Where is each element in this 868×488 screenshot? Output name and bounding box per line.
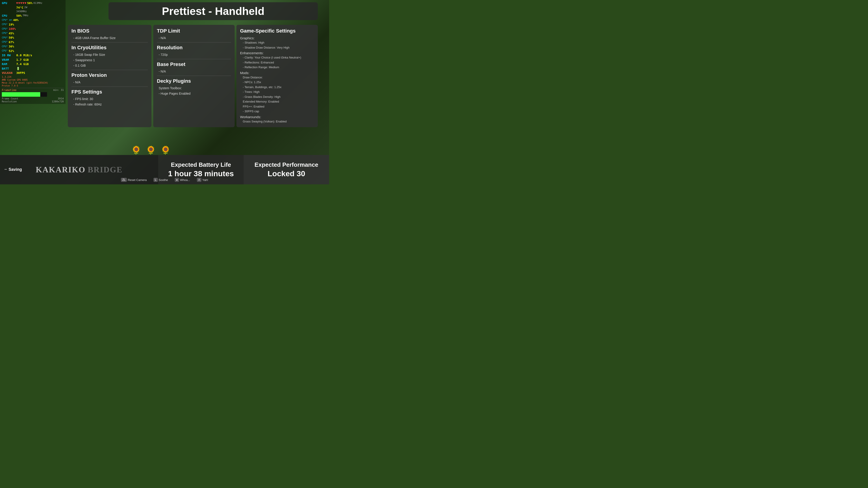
cpu3-row: CPU³ 45% [2,31,64,36]
cpu6-row: CPU⁶ 36% [2,44,64,49]
cpu7-row: CPU⁷ 52% [2,49,64,53]
frametime-section: Frametime min: 31 Frame Count 3914 Resol… [2,88,64,103]
performance-value: Locked 30 [268,169,305,178]
graphics-item-1: - Shadow Draw Distance: Very High [243,45,314,50]
vram-label: VRAM [2,58,16,62]
whoa-label: Whoa... [180,178,190,182]
divider-1 [71,42,148,42]
cpu6-label: CPU⁶ [2,45,8,48]
vulkan-fps: 30FPS [16,71,25,75]
frame-count-label: Frame Count [2,97,18,100]
fps-item-1: - Refresh rate: 60Hz [73,102,148,107]
decky-title: Decky Plugins [157,78,231,84]
cpu4-percent: 50% [9,35,14,40]
res-title: Resolution [157,45,231,51]
bios-item-0: - 4GB UMA Frame Buffer Size [73,36,148,40]
draw-distance-item-3: - Grass Blades Density: High [243,95,314,99]
enhancement-item-2: - Reflection Range: Medium [243,65,314,70]
mods-label: Mods: [240,71,314,75]
left-info-panel: In BIOS - 4GB UMA Frame Buffer Size In C… [68,25,151,127]
cryo-item-1: - Swappiness 1 [73,58,148,63]
cpu5-label: CPU⁵ [2,40,8,44]
resolution-label: Resolution [2,100,17,103]
cpu3-percent: 45% [9,31,14,36]
tdp-title: TDP Limit [157,28,231,34]
game-settings-title: Game-Specific Settings [240,28,314,34]
reset-camera-label: Reset Camera [128,178,147,182]
control-bar: ZL Reset Camera L Soothe ● Whoa... A Yah… [68,175,261,184]
resolution-value: 1280x720 [52,100,64,103]
gpu-label: GPU [2,1,16,5]
io-label: IO RW [2,53,16,58]
system-proton-info: Proton 7.0-5 [2,85,64,87]
proton-title: Proton Version [71,72,148,78]
page-title: Prettiest - Handheld [162,5,264,17]
batt-label: BATT [2,66,16,71]
frame-count-value: 3914 [58,97,64,100]
cpu1-label: CPU¹ [2,23,8,26]
draw-distance-item-1: - Terrain, Buildings, etc: 1.25x [243,85,314,90]
soothe-label: Soothe [159,178,168,182]
gpu-mhz: 813MHz [33,1,42,5]
sunflower-1: 🌻 [131,145,141,155]
reset-camera-btn[interactable]: ZL [121,178,127,182]
title-panel: Prettiest - Handheld [108,2,318,20]
proton-item-0: - N/A [73,80,148,85]
middle-info-panel: TDP Limit - N/A Resolution - 720p Base P… [153,25,235,127]
cpu0-percent: 40% [13,18,18,22]
gpu-temp-row: 74°C 2W [2,5,64,10]
sunflower-2: 🌻 [146,145,156,155]
cryo-title: In CryoUtilities [71,45,148,51]
decky-sub: System Toolbox: [159,86,231,91]
cpu1-row: CPU¹ 19% [2,22,64,27]
cpu0-row: CPU⁰ ⊕✎ 40% [2,18,64,22]
vulkan-row: VULKAN 30FPS [2,71,64,75]
yah-btn[interactable]: A [197,178,202,182]
decky-item-0: - Huge Pages Enabled [159,91,231,96]
performance-title: Expected Performance [254,161,318,168]
system-amd-info: AMD Custom GPU 0405 [2,78,64,81]
battery-title: Expected Battery Life [171,161,231,168]
gpu-temp: 74°C [16,5,23,10]
frametime-label: Frametime [2,89,17,92]
divider-5 [157,59,231,59]
draw-distance-item-0: - NPCs: 1.25x [243,80,314,85]
system-mesa-info: Mesa 22.2.0-devel (git-fec9285634) [2,82,64,84]
fps-title: FPS Settings [71,89,148,95]
saving-dots: ·· [4,167,7,172]
control-whoa: ● Whoa... [175,178,190,182]
cpu-percent: 50% [16,13,22,18]
extended-memory: Extended Memory: Enabled [243,99,314,104]
frametime-bar [2,92,40,97]
ram-row: RAM 7.4 GiB [2,62,64,66]
kakariko-label: KAKARIKO [36,165,86,174]
divider-4 [157,42,231,42]
system-vulkan-version: 1.3.224 [2,76,64,78]
draw-distance-item-2: - Trees: High [243,90,314,94]
gpu-row: GPU ♥ ♥ ♥ ♥ ♥ 56% 813MHz [2,1,64,5]
cpu0-label: CPU⁰ ⊕✎ [2,18,12,22]
cpu3-label: CPU³ [2,31,8,35]
overlay-container: GPU ♥ ♥ ♥ ♥ ♥ 56% 813MHz 74°C 2W 3498MHz… [0,0,329,184]
right-info-panel: Game-Specific Settings Graphics: - Shado… [237,25,318,127]
fpspp: FPS++: Enabled [243,104,314,109]
bios-title: In BIOS [71,28,148,34]
gpu-freq2: 3498MHz [16,10,27,13]
soothe-btn[interactable]: L [153,178,158,182]
control-yah: A Yah! [197,178,208,182]
cpu5-percent: 67% [9,40,14,44]
batt-row: BATT 🔋 [2,66,64,71]
vram-row: VRAM 1.7 GiB [2,58,64,62]
vulkan-label: VULKAN [2,71,16,75]
whoa-btn[interactable]: ● [175,178,179,182]
workarounds-label: Workarounds: [240,115,314,119]
cpu-main-row: CPU 50% 7MHz [2,13,64,18]
bridge-label: BRIDGE [88,165,123,174]
base-preset-item-0: - N/A [159,69,231,74]
cpu4-label: CPU⁴ [2,36,8,40]
cpu5-row: CPU⁵ 67% [2,40,64,44]
cpu4-row: CPU⁴ 50% [2,35,64,40]
cryo-item-2: - 0.1 GiB [73,63,148,68]
grass-swaying: Grass Swaying (Vulkan): Enabled [243,119,314,124]
cpu-label: CPU [2,13,16,18]
